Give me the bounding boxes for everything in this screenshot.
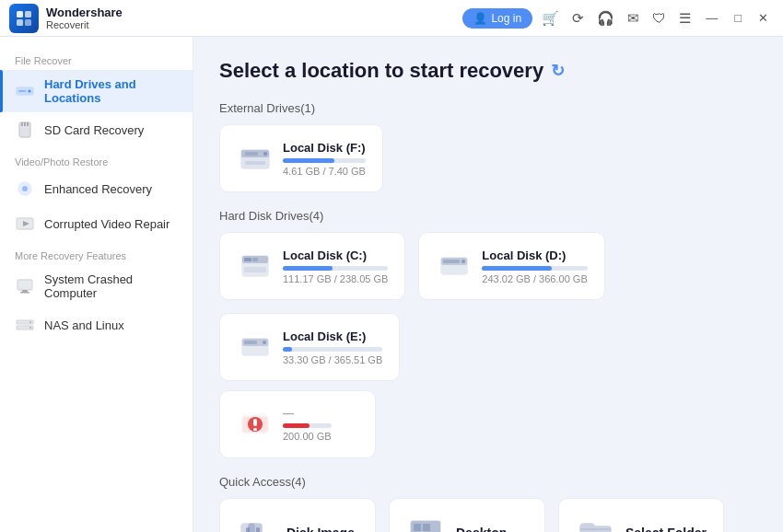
quick-access-label: Quick Access(4) bbox=[219, 475, 757, 489]
sd-card-icon bbox=[15, 120, 35, 140]
progress-fill bbox=[283, 158, 334, 163]
app-logo bbox=[9, 4, 39, 33]
close-button[interactable]: ✕ bbox=[753, 9, 774, 27]
svg-rect-8 bbox=[21, 122, 23, 126]
disk-card-f[interactable]: Local Disk (F:) 4.61 GB / 7.40 GB bbox=[219, 124, 383, 192]
drive-icon-error bbox=[237, 406, 274, 443]
enhanced-recovery-label: Enhanced Recovery bbox=[44, 182, 152, 196]
content-area: Select a location to start recovery ↻ Ex… bbox=[193, 37, 783, 532]
svg-point-20 bbox=[29, 321, 31, 323]
svg-rect-29 bbox=[244, 258, 251, 261]
sidebar-item-hard-drives[interactable]: Hard Drives and Locations bbox=[0, 70, 193, 112]
card-info: Local Disk (F:) 4.61 GB / 7.40 GB bbox=[283, 141, 366, 177]
drive-icon bbox=[237, 140, 274, 177]
user-icon: 👤 bbox=[473, 12, 487, 25]
svg-rect-16 bbox=[22, 290, 28, 292]
main-layout: File Recover Hard Drives and Locations bbox=[0, 37, 783, 532]
system-crashed-label: System Crashed Computer bbox=[44, 272, 178, 300]
svg-point-12 bbox=[22, 186, 28, 191]
svg-rect-25 bbox=[245, 152, 258, 156]
mail-icon[interactable]: ✉ bbox=[624, 8, 643, 29]
list-icon[interactable]: ☰ bbox=[675, 8, 695, 29]
sidebar-item-nas[interactable]: NAS and Linux bbox=[0, 307, 193, 342]
error-disk-row: — 200.00 GB bbox=[219, 390, 757, 458]
svg-rect-42 bbox=[253, 419, 257, 426]
restore-icon[interactable]: ⟳ bbox=[568, 8, 588, 29]
system-crashed-icon bbox=[15, 276, 35, 296]
svg-rect-17 bbox=[20, 292, 29, 294]
quick-access-row: Disk Image Desktop bbox=[219, 498, 757, 532]
cart-icon[interactable]: 🛒 bbox=[538, 8, 563, 29]
qa-card-desktop[interactable]: Desktop bbox=[389, 498, 545, 532]
corrupted-video-label: Corrupted Video Repair bbox=[44, 217, 169, 231]
svg-rect-51 bbox=[423, 524, 430, 531]
shield-icon[interactable]: 🛡 bbox=[649, 8, 670, 28]
enhanced-recovery-icon bbox=[15, 179, 35, 199]
sidebar-section-file-recover: File Recover bbox=[0, 46, 193, 70]
qa-card-disk-image[interactable]: Disk Image bbox=[219, 498, 376, 532]
svg-rect-46 bbox=[246, 527, 250, 532]
svg-rect-2 bbox=[17, 19, 23, 26]
sd-card-label: SD Card Recovery bbox=[44, 123, 144, 137]
disk-size-e: 33.30 GB / 365.51 GB bbox=[283, 354, 382, 365]
hard-drives-icon bbox=[15, 81, 35, 101]
sidebar-item-corrupted-video[interactable]: Corrupted Video Repair bbox=[0, 206, 193, 241]
svg-rect-30 bbox=[252, 258, 258, 261]
external-drives-label: External Drives(1) bbox=[219, 101, 757, 115]
svg-point-39 bbox=[263, 341, 266, 344]
disk-size-d: 243.02 GB / 366.00 GB bbox=[482, 273, 587, 284]
svg-rect-31 bbox=[244, 267, 266, 272]
hard-disk-label: Hard Disk Drives(4) bbox=[219, 209, 757, 223]
svg-rect-3 bbox=[25, 19, 31, 26]
sidebar-item-sd-card[interactable]: SD Card Recovery bbox=[0, 112, 193, 147]
login-button[interactable]: 👤 Log in bbox=[462, 8, 532, 29]
svg-rect-26 bbox=[245, 161, 265, 165]
desktop-label: Desktop bbox=[456, 526, 507, 532]
svg-point-5 bbox=[29, 90, 31, 93]
select-folder-label: Select Folder bbox=[625, 526, 707, 532]
disk-card-error[interactable]: — 200.00 GB bbox=[219, 390, 376, 458]
disk-name: Local Disk (F:) bbox=[283, 141, 366, 155]
disk-name-e: Local Disk (E:) bbox=[283, 330, 382, 343]
nas-label: NAS and Linux bbox=[44, 318, 124, 332]
progress-bg bbox=[283, 158, 366, 163]
external-drives-row: Local Disk (F:) 4.61 GB / 7.40 GB bbox=[219, 124, 757, 192]
svg-rect-15 bbox=[18, 280, 32, 290]
titlebar-left: Wondershare Recoverit bbox=[9, 4, 123, 33]
disk-image-label: Disk Image bbox=[286, 526, 355, 532]
disk-card-d[interactable]: Local Disk (D:) 243.02 GB / 366.00 GB bbox=[418, 232, 604, 300]
app-name-block: Wondershare Recoverit bbox=[46, 6, 123, 31]
titlebar: Wondershare Recoverit 👤 Log in 🛒 ⟳ 🎧 ✉ 🛡… bbox=[0, 0, 783, 37]
disk-card-e[interactable]: Local Disk (E:) 33.30 GB / 365.51 GB bbox=[219, 313, 400, 381]
headset-icon[interactable]: 🎧 bbox=[593, 8, 618, 29]
minimize-button[interactable]: — bbox=[700, 9, 723, 27]
disk-size-error: 200.00 GB bbox=[283, 431, 332, 442]
maximize-button[interactable]: □ bbox=[729, 9, 747, 27]
svg-rect-38 bbox=[244, 341, 257, 344]
disk-name-error: — bbox=[283, 407, 332, 420]
card-top: Local Disk (F:) 4.61 GB / 7.40 GB bbox=[237, 140, 366, 177]
sidebar: File Recover Hard Drives and Locations bbox=[0, 37, 193, 532]
svg-point-21 bbox=[29, 327, 31, 329]
svg-rect-43 bbox=[253, 428, 257, 431]
sidebar-item-enhanced-recovery[interactable]: Enhanced Recovery bbox=[0, 171, 193, 206]
qa-card-select-folder[interactable]: Select Folder bbox=[558, 498, 724, 532]
disk-image-icon bbox=[237, 514, 275, 532]
svg-rect-47 bbox=[256, 527, 260, 532]
svg-rect-1 bbox=[25, 11, 31, 17]
hard-disk-row: Local Disk (C:) 111.17 GB / 238.05 GB bbox=[219, 232, 757, 381]
svg-rect-34 bbox=[443, 260, 460, 263]
nas-icon bbox=[15, 315, 35, 335]
desktop-icon bbox=[406, 514, 445, 532]
svg-rect-10 bbox=[27, 122, 29, 126]
refresh-icon[interactable]: ↻ bbox=[551, 61, 565, 81]
sidebar-item-system-crashed[interactable]: System Crashed Computer bbox=[0, 265, 193, 307]
sidebar-section-more: More Recovery Features bbox=[0, 241, 193, 265]
disk-card-c[interactable]: Local Disk (C:) 111.17 GB / 238.05 GB bbox=[219, 232, 405, 300]
app-sub: Recoverit bbox=[46, 19, 123, 30]
drive-icon-e bbox=[237, 329, 274, 365]
folder-icon bbox=[576, 514, 614, 532]
page-title: Select a location to start recovery ↻ bbox=[219, 59, 757, 83]
corrupted-video-icon bbox=[15, 214, 35, 234]
drive-icon-c bbox=[237, 248, 274, 284]
